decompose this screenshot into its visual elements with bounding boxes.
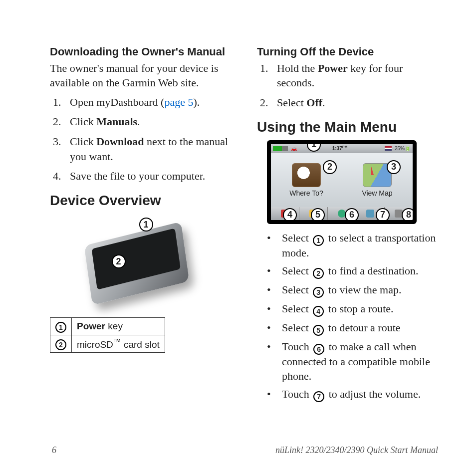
right-column: Turning Off the Device Hold the Power ke… — [257, 45, 440, 443]
menu-callout-2-icon: 2 — [323, 160, 337, 174]
main-menu-screenshot: 🚗 1:37PM 25%🔋 Where To? View Map — [267, 140, 417, 224]
circled-2-icon: 2 — [55, 339, 66, 350]
device-key-table: 1 Power key 2 microSD™ card slot — [50, 317, 165, 353]
circled-4-icon: 4 — [313, 306, 324, 317]
menu-callout-8-icon: 8 — [402, 208, 416, 222]
turning-off-heading: Turning Off the Device — [257, 45, 440, 59]
left-column: Downloading the Owner's Manual The owner… — [50, 45, 233, 443]
circled-2-icon: 2 — [313, 268, 324, 279]
bullet-volume: Touch 7 to adjust the volume. — [257, 387, 440, 402]
gps-device-icon — [84, 222, 189, 305]
step-open-dashboard: Open myDashboard (page 5). — [50, 95, 233, 110]
main-menu-bullets: Select 1 to select a transportation mode… — [257, 231, 440, 403]
manual-title: nüLink! 2320/2340/2390 Quick Start Manua… — [275, 445, 438, 456]
vehicle-icon: 🚗 — [291, 146, 297, 151]
volume-icon — [366, 210, 374, 218]
status-time: 1:37PM — [332, 145, 348, 151]
device-overview-heading: Device Overview — [50, 193, 233, 209]
bullet-detour: Select 5 to detour a route — [257, 321, 440, 336]
downloading-heading: Downloading the Owner's Manual — [50, 45, 233, 59]
step-select-off: Select Off. — [257, 95, 440, 110]
step-save-file: Save the file to your computer. — [50, 169, 233, 184]
downloading-paragraph: The owner's manual for your device is av… — [50, 61, 233, 90]
callout-1-icon: 1 — [139, 218, 153, 232]
circled-7-icon: 7 — [313, 391, 324, 402]
circled-6-icon: 6 — [313, 344, 324, 355]
bullet-phone-call: Touch 6 to make a call when connected to… — [257, 340, 440, 383]
menu-callout-6-icon: 6 — [345, 208, 359, 222]
main-menu-heading: Using the Main Menu — [257, 119, 440, 135]
menu-callout-5-icon: 5 — [311, 208, 325, 222]
bullet-view-map: Select 3 to view the map. — [257, 283, 440, 298]
step-click-manuals: Click Manuals. — [50, 114, 233, 129]
satellite-icon — [273, 146, 288, 151]
page-number: 6 — [52, 445, 56, 456]
key-num-cell: 2 — [50, 335, 72, 353]
table-row: 2 microSD™ card slot — [50, 335, 165, 353]
circled-1-icon: 1 — [313, 235, 324, 246]
flag-icon — [385, 146, 392, 151]
bullet-transport-mode: Select 1 to select a transportation mode… — [257, 231, 440, 260]
circled-1-icon: 1 — [55, 322, 66, 333]
turning-off-steps: Hold the Power key for four seconds. Sel… — [257, 61, 440, 110]
key-num-cell: 1 — [50, 318, 72, 335]
menu-callout-4-icon: 4 — [283, 208, 297, 222]
table-row: 1 Power key — [50, 318, 165, 335]
battery-label: 25%🔋 — [395, 146, 411, 151]
device-overview-image: 1 2 — [67, 214, 217, 308]
view-map-label: View Map — [362, 189, 392, 197]
circled-3-icon: 3 — [313, 287, 324, 298]
downloading-steps: Open myDashboard (page 5). Click Manuals… — [50, 95, 233, 184]
where-to-label: Where To? — [289, 189, 323, 197]
menu-callout-7-icon: 7 — [376, 208, 390, 222]
status-bar: 🚗 1:37PM 25%🔋 — [271, 144, 413, 153]
step-hold-power: Hold the Power key for four seconds. — [257, 61, 440, 90]
page-footer: 6 nüLink! 2320/2340/2390 Quick Start Man… — [50, 445, 440, 456]
gps-screen-icon — [91, 228, 180, 289]
key-desc-cell: microSD™ card slot — [72, 335, 165, 353]
menu-callout-3-icon: 3 — [387, 160, 401, 174]
circled-5-icon: 5 — [313, 325, 324, 336]
bullet-find-destination: Select 2 to find a destination. — [257, 264, 440, 279]
callout-2-icon: 2 — [112, 254, 126, 268]
step-click-download: Click Download next to the manual you wa… — [50, 134, 233, 164]
key-desc-cell: Power key — [72, 318, 165, 335]
view-map-tile[interactable]: View Map — [342, 153, 413, 207]
page5-link[interactable]: page 5 — [164, 96, 193, 108]
magnifier-map-icon — [292, 163, 321, 187]
bullet-stop-route: Select 4 to stop a route. — [257, 302, 440, 317]
